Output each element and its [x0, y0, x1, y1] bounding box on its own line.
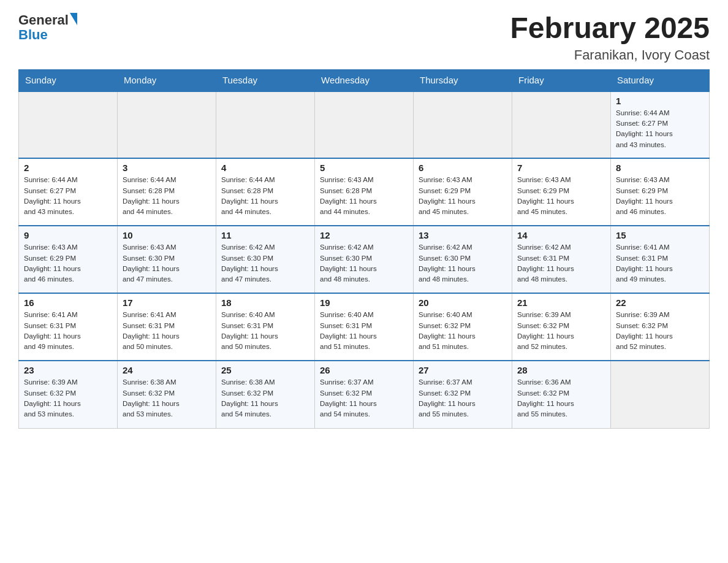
day-number: 10: [123, 230, 211, 240]
logo-triangle-icon: [70, 13, 77, 25]
day-info: Sunrise: 6:40 AM Sunset: 6:31 PM Dayligh…: [221, 310, 309, 352]
day-number: 25: [221, 365, 309, 375]
calendar-week-1: 1Sunrise: 6:44 AM Sunset: 6:27 PM Daylig…: [19, 91, 710, 158]
day-number: 16: [24, 297, 112, 308]
table-row: 6Sunrise: 6:43 AM Sunset: 6:29 PM Daylig…: [414, 158, 512, 226]
col-tuesday: Tuesday: [216, 69, 315, 91]
table-row: 19Sunrise: 6:40 AM Sunset: 6:31 PM Dayli…: [315, 293, 414, 361]
day-number: 2: [24, 163, 112, 173]
table-row: 16Sunrise: 6:41 AM Sunset: 6:31 PM Dayli…: [19, 293, 118, 361]
day-info: Sunrise: 6:39 AM Sunset: 6:32 PM Dayligh…: [616, 310, 704, 352]
table-row: [512, 91, 611, 158]
day-number: 23: [24, 365, 112, 375]
col-thursday: Thursday: [414, 69, 512, 91]
day-number: 17: [123, 297, 211, 308]
logo-blue-text: Blue: [18, 27, 48, 43]
table-row: 3Sunrise: 6:44 AM Sunset: 6:28 PM Daylig…: [118, 158, 216, 226]
day-info: Sunrise: 6:38 AM Sunset: 6:32 PM Dayligh…: [221, 377, 309, 419]
table-row: 4Sunrise: 6:44 AM Sunset: 6:28 PM Daylig…: [216, 158, 315, 226]
logo-general-text: General: [18, 12, 69, 28]
day-info: Sunrise: 6:37 AM Sunset: 6:32 PM Dayligh…: [419, 377, 507, 419]
day-info: Sunrise: 6:42 AM Sunset: 6:30 PM Dayligh…: [221, 242, 309, 285]
logo: General Blue: [18, 12, 77, 43]
day-number: 4: [221, 163, 309, 173]
day-info: Sunrise: 6:40 AM Sunset: 6:31 PM Dayligh…: [320, 310, 408, 352]
day-number: 11: [221, 230, 309, 240]
day-info: Sunrise: 6:39 AM Sunset: 6:32 PM Dayligh…: [24, 377, 112, 419]
day-info: Sunrise: 6:42 AM Sunset: 6:31 PM Dayligh…: [517, 242, 605, 285]
table-row: 17Sunrise: 6:41 AM Sunset: 6:31 PM Dayli…: [118, 293, 216, 361]
day-info: Sunrise: 6:44 AM Sunset: 6:27 PM Dayligh…: [24, 175, 112, 217]
col-saturday: Saturday: [611, 69, 710, 91]
day-number: 5: [320, 163, 408, 173]
day-number: 24: [123, 365, 211, 375]
day-number: 3: [123, 163, 211, 173]
day-number: 20: [419, 297, 507, 308]
day-number: 7: [517, 163, 605, 173]
table-row: 14Sunrise: 6:42 AM Sunset: 6:31 PM Dayli…: [512, 226, 611, 293]
table-row: 1Sunrise: 6:44 AM Sunset: 6:27 PM Daylig…: [611, 91, 710, 158]
title-section: February 2025 Faranikan, Ivory Coast: [510, 12, 710, 63]
table-row: [118, 91, 216, 158]
table-row: [216, 91, 315, 158]
col-wednesday: Wednesday: [315, 69, 414, 91]
day-number: 8: [616, 163, 704, 173]
day-number: 27: [419, 365, 507, 375]
table-row: 9Sunrise: 6:43 AM Sunset: 6:29 PM Daylig…: [19, 226, 118, 293]
col-friday: Friday: [512, 69, 611, 91]
day-info: Sunrise: 6:41 AM Sunset: 6:31 PM Dayligh…: [616, 242, 704, 285]
table-row: 7Sunrise: 6:43 AM Sunset: 6:29 PM Daylig…: [512, 158, 611, 226]
day-info: Sunrise: 6:43 AM Sunset: 6:29 PM Dayligh…: [419, 175, 507, 217]
calendar-week-3: 9Sunrise: 6:43 AM Sunset: 6:29 PM Daylig…: [19, 226, 710, 293]
day-number: 6: [419, 163, 507, 173]
day-info: Sunrise: 6:43 AM Sunset: 6:29 PM Dayligh…: [24, 242, 112, 285]
table-row: 28Sunrise: 6:36 AM Sunset: 6:32 PM Dayli…: [512, 361, 611, 428]
month-title: February 2025: [510, 12, 710, 45]
calendar-week-4: 16Sunrise: 6:41 AM Sunset: 6:31 PM Dayli…: [19, 293, 710, 361]
day-info: Sunrise: 6:44 AM Sunset: 6:27 PM Dayligh…: [616, 108, 704, 150]
table-row: 5Sunrise: 6:43 AM Sunset: 6:28 PM Daylig…: [315, 158, 414, 226]
day-number: 19: [320, 297, 408, 308]
day-info: Sunrise: 6:41 AM Sunset: 6:31 PM Dayligh…: [123, 310, 211, 352]
day-info: Sunrise: 6:39 AM Sunset: 6:32 PM Dayligh…: [517, 310, 605, 352]
calendar-week-5: 23Sunrise: 6:39 AM Sunset: 6:32 PM Dayli…: [19, 361, 710, 428]
table-row: 24Sunrise: 6:38 AM Sunset: 6:32 PM Dayli…: [118, 361, 216, 428]
calendar-table: Sunday Monday Tuesday Wednesday Thursday…: [18, 69, 710, 429]
day-info: Sunrise: 6:37 AM Sunset: 6:32 PM Dayligh…: [320, 377, 408, 419]
location-subtitle: Faranikan, Ivory Coast: [510, 47, 710, 63]
table-row: [611, 361, 710, 428]
table-row: 2Sunrise: 6:44 AM Sunset: 6:27 PM Daylig…: [19, 158, 118, 226]
day-info: Sunrise: 6:43 AM Sunset: 6:29 PM Dayligh…: [517, 175, 605, 217]
day-info: Sunrise: 6:44 AM Sunset: 6:28 PM Dayligh…: [221, 175, 309, 217]
table-row: 20Sunrise: 6:40 AM Sunset: 6:32 PM Dayli…: [414, 293, 512, 361]
day-number: 22: [616, 297, 704, 308]
table-row: [19, 91, 118, 158]
col-sunday: Sunday: [19, 69, 118, 91]
day-number: 15: [616, 230, 704, 240]
page-header: General Blue February 2025 Faranikan, Iv…: [18, 12, 710, 63]
table-row: [315, 91, 414, 158]
day-number: 28: [517, 365, 605, 375]
table-row: 22Sunrise: 6:39 AM Sunset: 6:32 PM Dayli…: [611, 293, 710, 361]
calendar-week-2: 2Sunrise: 6:44 AM Sunset: 6:27 PM Daylig…: [19, 158, 710, 226]
day-info: Sunrise: 6:36 AM Sunset: 6:32 PM Dayligh…: [517, 377, 605, 419]
table-row: [414, 91, 512, 158]
table-row: 15Sunrise: 6:41 AM Sunset: 6:31 PM Dayli…: [611, 226, 710, 293]
day-info: Sunrise: 6:40 AM Sunset: 6:32 PM Dayligh…: [419, 310, 507, 352]
table-row: 27Sunrise: 6:37 AM Sunset: 6:32 PM Dayli…: [414, 361, 512, 428]
day-info: Sunrise: 6:43 AM Sunset: 6:29 PM Dayligh…: [616, 175, 704, 217]
table-row: 18Sunrise: 6:40 AM Sunset: 6:31 PM Dayli…: [216, 293, 315, 361]
day-info: Sunrise: 6:44 AM Sunset: 6:28 PM Dayligh…: [123, 175, 211, 217]
day-number: 13: [419, 230, 507, 240]
day-info: Sunrise: 6:42 AM Sunset: 6:30 PM Dayligh…: [320, 242, 408, 285]
table-row: 11Sunrise: 6:42 AM Sunset: 6:30 PM Dayli…: [216, 226, 315, 293]
table-row: 12Sunrise: 6:42 AM Sunset: 6:30 PM Dayli…: [315, 226, 414, 293]
table-row: 21Sunrise: 6:39 AM Sunset: 6:32 PM Dayli…: [512, 293, 611, 361]
day-number: 26: [320, 365, 408, 375]
table-row: 25Sunrise: 6:38 AM Sunset: 6:32 PM Dayli…: [216, 361, 315, 428]
day-info: Sunrise: 6:41 AM Sunset: 6:31 PM Dayligh…: [24, 310, 112, 352]
day-info: Sunrise: 6:38 AM Sunset: 6:32 PM Dayligh…: [123, 377, 211, 419]
day-number: 9: [24, 230, 112, 240]
day-number: 14: [517, 230, 605, 240]
day-number: 18: [221, 297, 309, 308]
